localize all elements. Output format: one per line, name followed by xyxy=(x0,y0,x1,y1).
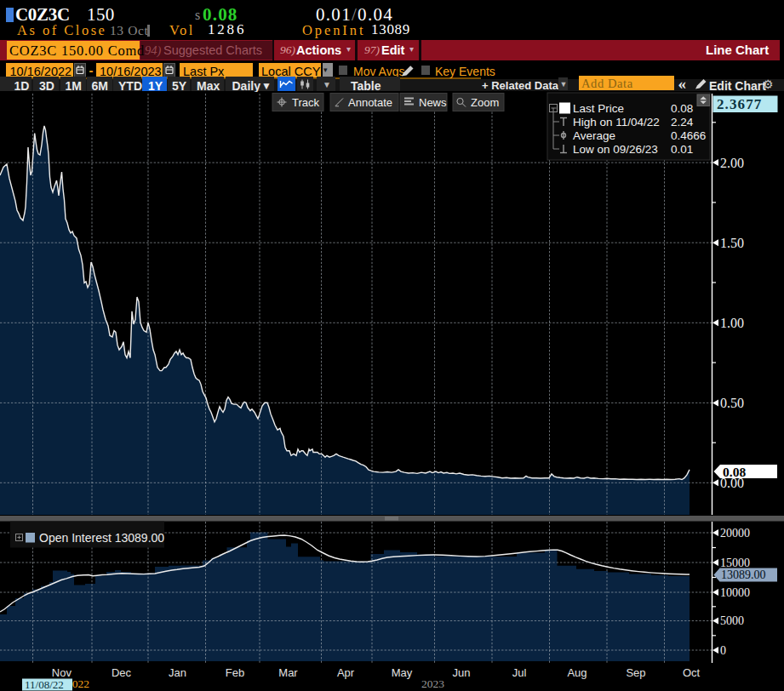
svg-text:Low on 09/26/23: Low on 09/26/23 xyxy=(573,143,658,156)
svg-text:2023: 2023 xyxy=(421,677,444,690)
svg-text:2.3677: 2.3677 xyxy=(717,96,762,112)
svg-text:11/08/22: 11/08/22 xyxy=(25,678,64,691)
svg-text:1.00: 1.00 xyxy=(720,316,744,330)
svg-text:High on 11/04/22: High on 11/04/22 xyxy=(573,116,660,128)
svg-text:15000: 15000 xyxy=(720,557,750,569)
svg-text:20000: 20000 xyxy=(720,527,750,540)
svg-text:Zoom: Zoom xyxy=(471,96,499,109)
svg-text:Aug: Aug xyxy=(567,666,587,679)
svg-text:13089.00: 13089.00 xyxy=(721,568,766,581)
svg-text:Apr: Apr xyxy=(337,666,355,679)
svg-text:0.01: 0.01 xyxy=(671,143,693,156)
svg-text:Last Price: Last Price xyxy=(573,102,624,115)
svg-text:0.08: 0.08 xyxy=(671,102,693,115)
svg-text:Feb: Feb xyxy=(226,666,244,679)
svg-text:May: May xyxy=(392,666,413,679)
svg-text:Annotate: Annotate xyxy=(348,96,392,109)
svg-text:Track: Track xyxy=(292,96,320,109)
svg-text:Average: Average xyxy=(573,129,615,142)
svg-text:10000: 10000 xyxy=(720,586,750,599)
svg-text:0.50: 0.50 xyxy=(720,396,744,410)
svg-text:News: News xyxy=(419,96,447,109)
svg-text:0: 0 xyxy=(720,644,726,657)
svg-text:Dec: Dec xyxy=(112,666,132,679)
svg-text:Mar: Mar xyxy=(278,666,298,679)
svg-text:Sep: Sep xyxy=(626,666,645,679)
svg-text:Oct: Oct xyxy=(683,666,701,679)
svg-text:1.50: 1.50 xyxy=(720,236,744,250)
svg-text:0.4666: 0.4666 xyxy=(671,129,706,142)
svg-text:5000: 5000 xyxy=(720,614,744,627)
svg-text:Jan: Jan xyxy=(169,666,186,679)
svg-text:Open Interest 13089.00: Open Interest 13089.00 xyxy=(39,531,164,545)
svg-text:2.00: 2.00 xyxy=(720,156,744,170)
svg-text:0.08: 0.08 xyxy=(723,465,746,479)
svg-text:Jun: Jun xyxy=(453,666,471,679)
svg-text:Jul: Jul xyxy=(512,666,527,679)
svg-text:2.24: 2.24 xyxy=(671,116,694,128)
